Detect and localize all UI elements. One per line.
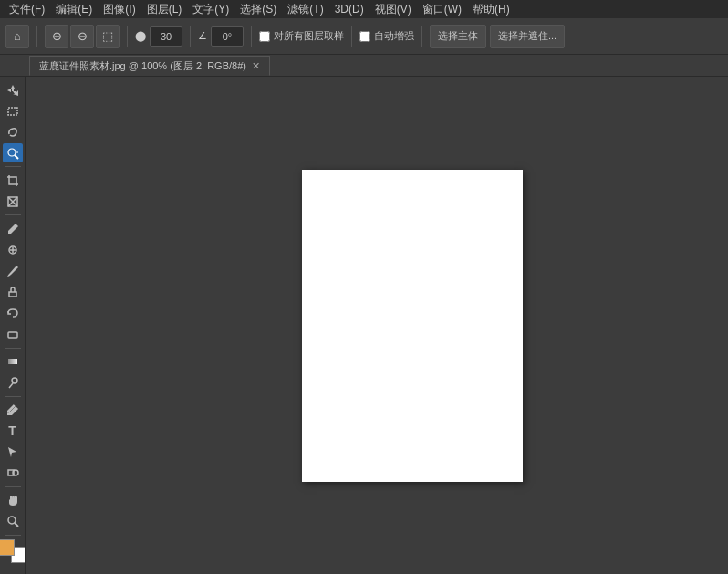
separator-5 [351, 26, 352, 47]
zoom-tool-btn[interactable] [3, 512, 23, 531]
svg-marker-0 [7, 85, 18, 96]
history-brush-btn[interactable] [3, 304, 23, 323]
menu-filter[interactable]: 滤镜(T) [282, 0, 328, 19]
home-icon: ⌂ [14, 29, 21, 43]
tool-separator-5 [5, 486, 21, 487]
dodge-tool-btn[interactable] [3, 373, 23, 392]
tab-document[interactable]: 蓝鹿证件照素材.jpg @ 100% (图层 2, RGB/8#) ✕ [29, 56, 270, 76]
sample-all-layers-label: 对所有图层取样 [274, 29, 344, 43]
type-icon: T [8, 423, 16, 438]
left-toolbar: T [0, 77, 26, 574]
separator-4 [251, 26, 252, 47]
brush-intersect-icon: ⬚ [102, 29, 113, 43]
menu-select[interactable]: 选择(S) [234, 0, 282, 19]
document-canvas [302, 170, 523, 482]
menu-view[interactable]: 视图(V) [369, 0, 417, 19]
gradient-tool-btn[interactable] [3, 352, 23, 371]
pen-tool-btn[interactable] [3, 401, 23, 420]
swatch-separator [5, 535, 21, 536]
canvas-area [26, 77, 728, 574]
options-toolbar: ⌂ ⊕ ⊖ ⬚ ⬤ ∠ 对所有图层取样 自动增强 选择主体 选择并遮住... [0, 18, 728, 55]
separator-3 [190, 26, 191, 47]
auto-enhance-label: 自动增强 [374, 29, 414, 43]
svg-line-3 [15, 155, 18, 159]
separator-2 [127, 26, 128, 47]
brush-icons: ⊕ ⊖ ⬚ [45, 25, 120, 48]
move-tool-btn[interactable] [3, 80, 23, 99]
brush-tool-btn[interactable] [3, 261, 23, 280]
brush-mode-btn2[interactable]: ⊖ [70, 25, 94, 48]
frame-tool-btn[interactable] [3, 192, 23, 211]
separator-1 [36, 26, 37, 47]
healing-tool-btn[interactable] [3, 240, 23, 259]
menu-window[interactable]: 窗口(W) [417, 0, 467, 19]
angle-icon: ∠ [198, 30, 207, 42]
sample-all-layers-checkbox[interactable] [259, 31, 270, 42]
svg-line-19 [15, 523, 18, 527]
tab-bar: 蓝鹿证件照素材.jpg @ 100% (图层 2, RGB/8#) ✕ [0, 55, 728, 77]
crop-tool-btn[interactable] [3, 171, 23, 190]
tab-close-button[interactable]: ✕ [252, 61, 260, 71]
svg-rect-11 [9, 292, 16, 297]
menu-layer[interactable]: 图层(L) [141, 0, 188, 19]
marquee-tool-btn[interactable] [3, 101, 23, 120]
quick-select-tool-btn[interactable] [3, 143, 23, 162]
menu-text[interactable]: 文字(Y) [187, 0, 234, 19]
main-area: T [0, 77, 728, 574]
stamp-tool-btn[interactable] [3, 282, 23, 301]
brush-mode-icon: ⊕ [52, 29, 62, 43]
color-swatches [0, 533, 25, 570]
svg-point-2 [8, 149, 16, 156]
auto-enhance-checkbox[interactable] [359, 31, 370, 42]
menu-bar: 文件(F) 编辑(E) 图像(I) 图层(L) 文字(Y) 选择(S) 滤镜(T… [0, 0, 728, 18]
menu-image[interactable]: 图像(I) [98, 0, 140, 19]
svg-point-18 [8, 517, 16, 524]
tool-separator-1 [5, 166, 21, 167]
home-button[interactable]: ⌂ [5, 25, 29, 48]
svg-marker-15 [8, 447, 16, 457]
color-swatch-wrapper [2, 539, 24, 565]
menu-help[interactable]: 帮助(H) [467, 0, 515, 19]
eyedropper-tool-btn[interactable] [3, 219, 23, 238]
brush-size-label: ⬤ [135, 30, 146, 42]
brush-subtract-icon: ⊖ [78, 29, 88, 43]
eraser-tool-btn[interactable] [3, 325, 23, 344]
auto-enhance-group: 自动增强 [359, 29, 414, 43]
svg-rect-12 [8, 332, 17, 338]
tab-label: 蓝鹿证件照素材.jpg @ 100% (图层 2, RGB/8#) [39, 59, 246, 73]
svg-rect-1 [8, 108, 17, 115]
brush-size-input[interactable] [150, 26, 182, 47]
menu-edit[interactable]: 编辑(E) [50, 0, 98, 19]
path-select-btn[interactable] [3, 443, 23, 462]
select-and-mask-button[interactable]: 选择并遮住... [490, 25, 565, 48]
svg-point-14 [12, 378, 17, 383]
angle-input[interactable] [211, 26, 244, 47]
type-tool-btn[interactable]: T [3, 422, 23, 441]
svg-rect-13 [8, 359, 17, 364]
lasso-tool-btn[interactable] [3, 122, 23, 141]
tool-separator-2 [5, 214, 21, 215]
menu-3d[interactable]: 3D(D) [329, 1, 369, 17]
menu-file[interactable]: 文件(F) [4, 0, 50, 19]
separator-6 [421, 26, 422, 47]
foreground-color-swatch[interactable] [0, 539, 15, 556]
tool-separator-4 [5, 396, 21, 397]
brush-mode-btn[interactable]: ⊕ [45, 25, 68, 48]
select-subject-button[interactable]: 选择主体 [430, 25, 486, 48]
shape-tool-btn[interactable] [3, 464, 23, 483]
tool-separator-3 [5, 348, 21, 349]
hand-tool-btn[interactable] [3, 491, 23, 510]
sample-all-layers-group: 对所有图层取样 [259, 29, 344, 43]
brush-mode-btn3[interactable]: ⬚ [96, 25, 120, 48]
